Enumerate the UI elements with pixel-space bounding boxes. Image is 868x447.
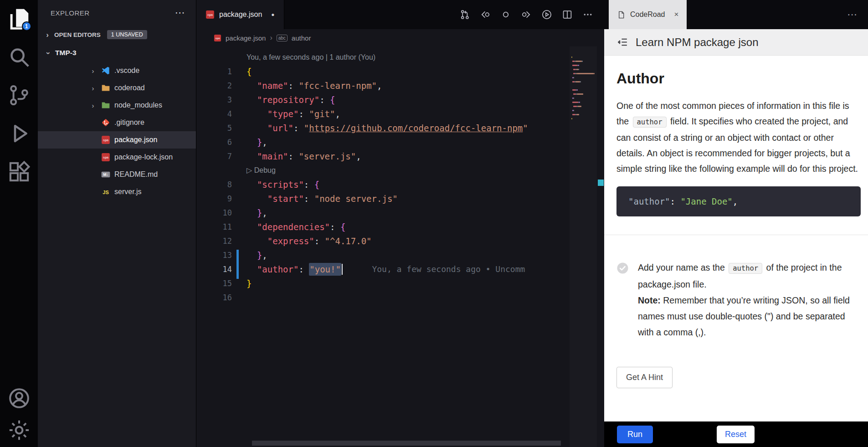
line-number[interactable]: 15 [196, 279, 232, 288]
line-number[interactable]: 9 [196, 194, 232, 203]
line-number[interactable]: 2 [196, 81, 232, 90]
file-tree-item-package-lockjson[interactable]: npmpackage-lock.json [38, 149, 196, 166]
minimap[interactable] [570, 46, 597, 447]
file-tree-item-gitignore[interactable]: .gitignore [38, 114, 196, 131]
code-line-6[interactable]: 6 }, [196, 135, 604, 149]
code-line-12[interactable]: 12 "express": "^4.17.0" [196, 234, 604, 248]
folder-green-icon [101, 101, 110, 110]
line-number[interactable]: 10 [196, 208, 232, 217]
open-editors-section[interactable]: › OPEN EDITORS 1 UNSAVED [38, 26, 196, 44]
section-title: Author [616, 70, 858, 87]
line-number[interactable]: 16 [196, 293, 232, 302]
breadcrumb-item-file[interactable]: package.json [226, 34, 266, 42]
modified-dot-icon[interactable]: ● [271, 11, 274, 18]
codelens-row[interactable]: ▷ Debug [196, 163, 604, 177]
js-icon: JS [101, 187, 110, 196]
code-line-1[interactable]: 1{ [196, 64, 604, 78]
task-check-icon[interactable] [616, 262, 629, 274]
activity-item-source-control[interactable] [7, 83, 31, 108]
activity-item-explorer[interactable]: 1 [7, 6, 31, 31]
tab-title: package.json [219, 10, 262, 19]
line-number[interactable]: 5 [196, 123, 232, 133]
line-number[interactable]: 8 [196, 180, 232, 189]
close-icon[interactable]: × [674, 10, 679, 19]
coderoad-panel: CodeRoad × ⋯ Learn NPM package json Auth… [604, 0, 868, 447]
tab-title: CodeRoad [630, 10, 665, 19]
nav-forward-circle-button[interactable] [518, 6, 534, 23]
code-line-9[interactable]: 9 "start": "node server.js" [196, 191, 604, 206]
more-actions-icon[interactable]: ⋯ [847, 9, 868, 21]
code-line-3[interactable]: 3 "repository": { [196, 92, 604, 107]
chevron-right-icon[interactable]: › [89, 102, 97, 109]
activity-item-run-debug[interactable] [7, 121, 31, 146]
code-text: "scripts": { [232, 180, 319, 190]
code-line-11[interactable]: 11 "dependencies": { [196, 220, 604, 234]
lesson-header: Learn NPM package json [604, 29, 868, 56]
run-button[interactable]: Run [617, 426, 653, 443]
unsaved-badge: 1 UNSAVED [107, 30, 147, 39]
code-line-13[interactable]: 13 }, [196, 248, 604, 262]
git-compare-button[interactable] [457, 6, 473, 23]
chevron-right-icon[interactable]: › [89, 67, 97, 74]
play-circle-button[interactable] [539, 6, 555, 23]
file-tree-item-packagejson[interactable]: npmpackage.json [38, 131, 196, 149]
chevron-right-icon[interactable]: › [89, 85, 97, 92]
tab-coderoad[interactable]: CodeRoad × [609, 0, 687, 29]
root-folder-row[interactable]: › TMP-3 [38, 44, 196, 62]
line-number[interactable]: 14 [196, 265, 232, 274]
horizontal-scrollbar[interactable] [252, 441, 561, 446]
code-text: "author": "you!"You, a few seconds ago •… [232, 263, 525, 276]
activity-item-account[interactable] [7, 386, 31, 411]
more-actions-button[interactable] [580, 6, 596, 23]
more-actions-icon[interactable]: ⋯ [175, 8, 185, 18]
line-number[interactable]: 4 [196, 109, 232, 118]
line-number[interactable]: 6 [196, 138, 232, 147]
reset-button[interactable]: Reset [717, 426, 755, 443]
breadcrumb-item-symbol[interactable]: author [292, 34, 311, 42]
code-line-10[interactable]: 10 }, [196, 206, 604, 220]
file-tree-item-READMEmd[interactable]: M↓README.md [38, 166, 196, 183]
lesson-paragraph: One of the most common pieces of informa… [616, 98, 858, 176]
file-tree-item-serverjs[interactable]: JSserver.js [38, 183, 196, 200]
line-number[interactable]: 11 [196, 222, 232, 231]
nav-back-circle-icon [480, 9, 491, 20]
code-line-2[interactable]: 2 "name": "fcc-learn-npm", [196, 78, 604, 92]
nav-back-circle-button[interactable] [477, 6, 493, 23]
line-number[interactable]: 13 [196, 251, 232, 260]
code-line-16[interactable]: 16 [196, 290, 604, 304]
svg-text:M↓: M↓ [103, 172, 108, 177]
file-tree-item-node_modules[interactable]: ›node_modules [38, 97, 196, 114]
codelens-label[interactable]: ▷ Debug [232, 166, 276, 175]
line-number[interactable]: 1 [196, 67, 232, 76]
code-line-5[interactable]: 5 "url": "https://github.com/coderoad/fc… [196, 121, 604, 135]
code-editor[interactable]: You, a few seconds ago | 1 author (You)1… [196, 46, 604, 447]
codelens-row[interactable]: You, a few seconds ago | 1 author (You) [196, 50, 604, 64]
code-line-7[interactable]: 7 "main": "server.js", [196, 149, 604, 163]
symbol-string-icon: abc [277, 35, 288, 41]
file-tree-item-vscode[interactable]: ›.vscode [38, 62, 196, 79]
markdown-icon: M↓ [101, 170, 110, 179]
folder-orange-icon [101, 83, 110, 92]
svg-text:npm: npm [103, 139, 108, 142]
activity-item-extensions[interactable] [7, 159, 31, 184]
file-tree-item-coderoad[interactable]: ›coderoad [38, 79, 196, 97]
split-editor-button[interactable] [559, 6, 575, 23]
line-number[interactable]: 7 [196, 152, 232, 161]
text-segment: Note: [638, 295, 661, 305]
code-line-14[interactable]: 14 "author": "you!"You, a few seconds ag… [196, 262, 604, 276]
get-hint-button[interactable]: Get A Hint [616, 367, 673, 388]
code-line-8[interactable]: 8 "scripts": { [196, 177, 604, 191]
line-number[interactable]: 3 [196, 95, 232, 104]
codelens-label[interactable]: You, a few seconds ago | 1 author (You) [232, 53, 375, 62]
code-line-15[interactable]: 15} [196, 276, 604, 290]
circle-icon [500, 9, 511, 20]
code-line-4[interactable]: 4 "type": "git", [196, 107, 604, 121]
svg-text:npm: npm [207, 13, 213, 17]
activity-item-settings[interactable] [7, 418, 31, 442]
extensions-icon [7, 159, 31, 184]
menu-back-icon[interactable] [616, 36, 629, 48]
line-number[interactable]: 12 [196, 236, 232, 246]
activity-item-search[interactable] [7, 45, 31, 69]
circle-button[interactable] [498, 6, 514, 23]
tab-package-json[interactable]: npm package.json ● [196, 0, 284, 29]
